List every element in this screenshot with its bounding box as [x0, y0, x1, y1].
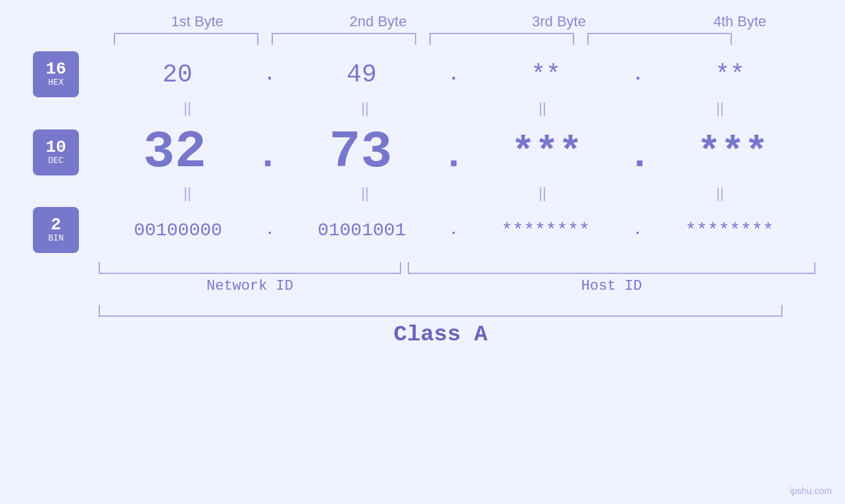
bin-b3-cell: ********: [473, 220, 618, 241]
eq1-b4: ||: [648, 100, 792, 117]
network-id-label: Network ID: [99, 278, 401, 294]
equals-row-2: || || || ||: [92, 182, 815, 204]
bin-b1: 00100000: [133, 220, 222, 241]
hex-dot2: .: [448, 64, 460, 85]
main-container: 1st Byte 2nd Byte 3rd Byte 4th Byte 16 H…: [0, 0, 845, 504]
dec-b4: ***: [697, 130, 768, 175]
eq1-b3: ||: [470, 100, 615, 117]
host-id-label: Host ID: [408, 278, 815, 294]
dec-b2-cell: 73: [289, 122, 433, 182]
byte2-header: 2nd Byte: [306, 13, 450, 30]
dec-row-container: 10 DEC 32 . 73 . *** . ***: [0, 122, 845, 182]
dec-b3: ***: [511, 130, 582, 175]
bin-row-container: 2 BIN 00100000 . 01001001 . ******** . *: [0, 207, 845, 253]
bin-badge: 2 BIN: [33, 207, 79, 253]
hex-row-container: 16 HEX 20 . 49 . ** . **: [0, 51, 845, 97]
hex-b2: 49: [347, 60, 377, 89]
top-bracket-1: [114, 33, 258, 45]
hex-dot1: .: [264, 64, 275, 85]
byte1-header: 1st Byte: [125, 13, 270, 30]
network-bracket: [99, 262, 401, 274]
bin-values: 00100000 . 01001001 . ******** . *******…: [92, 220, 815, 241]
class-label: Class A: [99, 322, 783, 347]
hex-dot3: .: [633, 64, 644, 85]
hex-b2-cell: 49: [289, 60, 434, 89]
eq2-b1: ||: [115, 185, 260, 202]
byte-headers: 1st Byte 2nd Byte 3rd Byte 4th Byte: [107, 13, 831, 30]
hex-b3-cell: **: [473, 60, 618, 89]
eq1-b1: ||: [115, 100, 260, 117]
dec-badge: 10 DEC: [33, 129, 79, 175]
dec-b1-cell: 32: [103, 122, 247, 182]
bottom-area: Network ID Host ID Class A: [92, 262, 815, 347]
dec-b4-cell: ***: [660, 130, 805, 175]
bin-b2: 01001001: [318, 220, 406, 241]
hex-badge-col: 16 HEX: [0, 51, 92, 97]
hex-b1-cell: 20: [105, 60, 250, 89]
top-bracket-2: [272, 33, 416, 45]
bin-dot2: .: [449, 222, 458, 239]
hex-b4: **: [715, 60, 745, 89]
byte3-header: 3rd Byte: [487, 13, 631, 30]
equals-row-1: || || || ||: [92, 97, 815, 120]
bottom-labels: Network ID Host ID: [92, 278, 815, 294]
eq2-b3: ||: [470, 185, 615, 202]
big-bracket: [99, 305, 783, 317]
top-bracket-3: [429, 33, 574, 45]
big-bracket-container: Class A: [92, 305, 815, 347]
hex-b3: **: [531, 60, 561, 89]
bottom-brackets: [92, 262, 815, 274]
content-area: 16 HEX 20 . 49 . ** . **: [0, 45, 845, 347]
dec-dot2: .: [442, 133, 466, 178]
bin-b4-cell: ********: [657, 220, 802, 241]
bin-b3: ********: [502, 220, 590, 241]
dec-dot1: .: [256, 133, 279, 178]
watermark: ipshu.com: [790, 486, 832, 496]
bin-b4: ********: [685, 220, 773, 241]
dec-badge-col: 10 DEC: [0, 129, 92, 175]
bin-b1-cell: 00100000: [106, 220, 251, 241]
bin-b2-cell: 01001001: [289, 220, 434, 241]
dec-b1: 32: [143, 122, 206, 182]
hex-b4-cell: **: [658, 60, 802, 89]
top-bracket-row: [107, 33, 831, 45]
hex-badge: 16 HEX: [33, 51, 79, 97]
eq1-b2: ||: [293, 100, 437, 117]
eq2-b4: ||: [648, 185, 792, 202]
dec-b2: 73: [329, 122, 393, 182]
bin-badge-col: 2 BIN: [0, 207, 92, 253]
dec-values: 32 . 73 . *** . ***: [92, 122, 815, 182]
top-bracket-4: [587, 33, 732, 45]
byte4-header: 4th Byte: [667, 13, 812, 30]
hex-values: 20 . 49 . ** . **: [92, 60, 815, 89]
dec-b3-cell: ***: [474, 130, 619, 175]
bin-dot3: .: [633, 222, 642, 239]
bin-dot1: .: [266, 222, 274, 239]
hex-b1: 20: [162, 60, 193, 89]
dec-dot3: .: [628, 133, 652, 178]
host-bracket: [408, 262, 815, 274]
eq2-b2: ||: [293, 185, 437, 202]
